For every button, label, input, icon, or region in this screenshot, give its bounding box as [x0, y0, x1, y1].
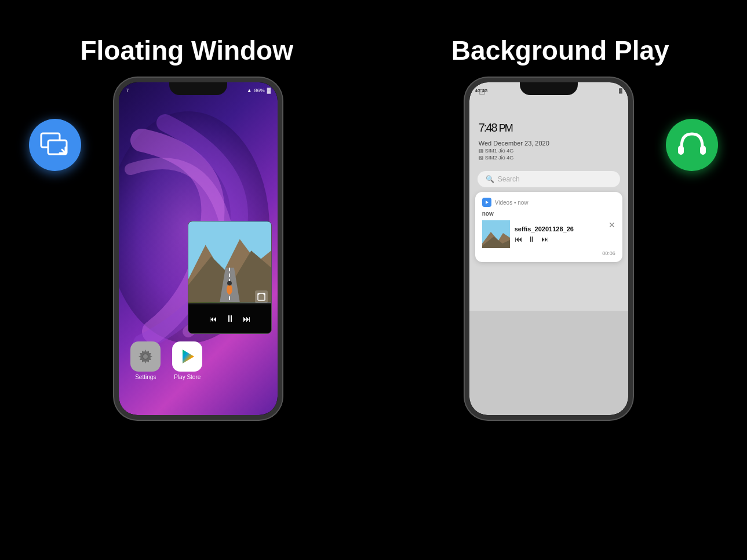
lockscreen-bottom-area — [469, 311, 628, 415]
svg-rect-17 — [678, 146, 684, 155]
notif-skip-next[interactable]: ⏭ — [541, 235, 549, 243]
notif-app-name-text: Videos — [495, 199, 512, 206]
vol-up-button-r — [465, 134, 466, 155]
status-time: 7 — [126, 88, 129, 93]
sim2-num: 2 — [479, 156, 483, 160]
status-battery-area: ▓ — [619, 88, 622, 93]
notif-thumbnail — [482, 220, 510, 248]
expand-svg — [257, 293, 265, 301]
left-phone-screen: 7 ▲ 86% ▓ — [119, 82, 278, 415]
search-placeholder: Search — [498, 175, 520, 183]
right-phone-screen: 4G 4G ▓ ⊡ 7:48PM Wed December 23, 2020 — [469, 82, 628, 415]
left-panel-title: Floating Window — [80, 35, 293, 66]
right-panel: Background Play 4G — [374, 0, 748, 560]
left-panel: Floating Window 7 ▲ — [0, 0, 374, 560]
settings-gear-icon — [136, 347, 155, 366]
status-right: ▲ 86% ▓ — [247, 88, 271, 93]
lockscreen-time: 7:48PM — [479, 103, 619, 139]
sim1-row: 1 SIM1 Jio 4G — [479, 148, 619, 154]
battery-right: ▓ — [619, 88, 622, 93]
status-signal-icons: 4G 4G — [475, 89, 488, 93]
home-icon-settings[interactable]: Settings — [130, 341, 161, 380]
notif-header: Videos • now — [482, 198, 615, 207]
notif-filename: seffis_20201128_26 — [515, 226, 615, 232]
videos-app-icon-svg — [484, 199, 490, 205]
notif-duration: 00:06 — [482, 250, 615, 256]
phone-notch-right — [520, 82, 578, 95]
right-panel-title: Background Play — [451, 35, 669, 66]
lockscreen-date: Wed December 23, 2020 — [479, 140, 619, 147]
notif-close-btn[interactable]: ✕ — [608, 220, 615, 230]
playstore-icon-bg — [172, 341, 202, 372]
left-phone-frame: 7 ▲ 86% ▓ — [114, 78, 282, 420]
notif-app-icon — [482, 198, 491, 207]
fp-controls: ⏮ ⏸ ⏭ — [188, 304, 271, 333]
lockscreen-search-bar[interactable]: 🔍 Search — [478, 171, 620, 187]
notif-timestamp: now — [518, 199, 528, 206]
notif-now-label: now — [482, 210, 615, 217]
power-button — [281, 140, 282, 175]
sim1-num: 1 — [479, 149, 483, 153]
notif-media-info: seffis_20201128_26 ⏮ ⏸ ⏭ — [515, 226, 615, 243]
home-icon-playstore[interactable]: Play Store — [172, 341, 202, 380]
svg-marker-6 — [183, 350, 194, 363]
headphones-icon — [666, 119, 718, 171]
sim2-text: SIM2 Jio 4G — [485, 155, 514, 161]
power-button-r — [632, 140, 633, 175]
svg-rect-18 — [700, 146, 706, 155]
floating-player[interactable]: ⚙ ✕ — [188, 221, 272, 334]
vol-down-button — [114, 161, 115, 181]
playstore-icon — [178, 347, 196, 366]
floating-window-svg — [40, 132, 70, 158]
notif-media-row: seffis_20201128_26 ⏮ ⏸ ⏭ ✕ — [482, 220, 615, 248]
settings-icon-bg — [130, 341, 161, 372]
svg-point-12 — [227, 284, 232, 294]
right-phone-frame: 4G 4G ▓ ⊡ 7:48PM Wed December 23, 2020 — [465, 78, 633, 420]
time-period: PM — [499, 122, 512, 134]
notif-controls-row: ⏮ ⏸ ⏭ — [515, 235, 615, 243]
sim1-text: SIM1 Jio 4G — [485, 148, 514, 154]
notif-pause[interactable]: ⏸ — [528, 235, 535, 243]
vol-down-button-r — [465, 161, 466, 181]
notification-card: Videos • now now — [475, 192, 622, 262]
vol-up-button — [114, 134, 115, 155]
battery-text: 86% — [254, 88, 265, 93]
4g-icon-2: 4G — [482, 89, 487, 93]
settings-label: Settings — [135, 374, 156, 380]
wifi-icon: ▲ — [247, 88, 252, 93]
floating-window-icon — [29, 119, 81, 171]
playstore-label: Play Store — [174, 374, 201, 380]
notif-thumb-svg — [482, 220, 510, 248]
4g-icon-1: 4G — [475, 89, 480, 93]
home-icons-row: Settings — [130, 341, 202, 380]
phone-notch-left — [169, 82, 227, 95]
fp-next-icon[interactable]: ⏭ — [243, 314, 251, 323]
main-container: Floating Window 7 ▲ — [0, 0, 747, 560]
battery-icon: ▓ — [267, 88, 271, 93]
fp-pause-icon[interactable]: ⏸ — [225, 314, 235, 324]
svg-point-5 — [143, 354, 148, 359]
svg-point-13 — [227, 281, 232, 286]
headphones-svg — [676, 130, 708, 159]
fp-prev-icon[interactable]: ⏮ — [209, 314, 217, 323]
search-icon: 🔍 — [486, 175, 494, 183]
fp-expand-icon[interactable] — [255, 290, 268, 303]
time-digits: 7:48 — [479, 121, 497, 134]
notif-skip-prev[interactable]: ⏮ — [515, 235, 522, 243]
notif-app-name: Videos • now — [495, 199, 529, 206]
sim2-row: 2 SIM2 Jio 4G — [479, 155, 619, 161]
